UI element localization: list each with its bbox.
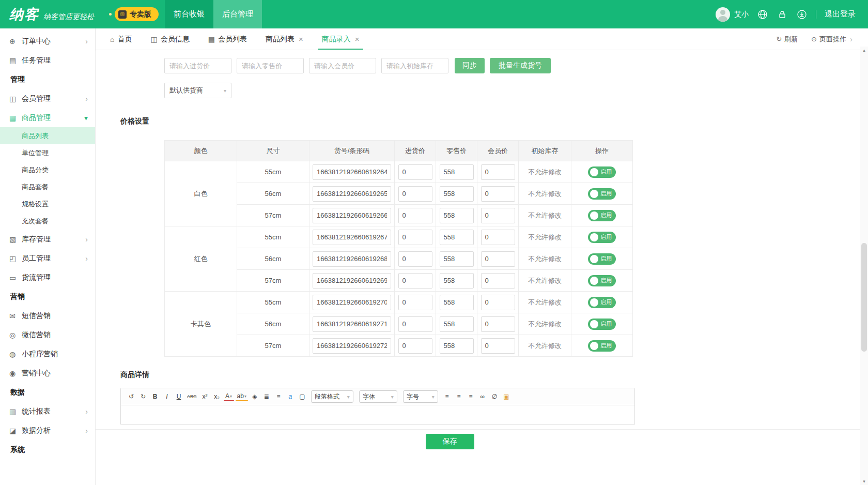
purchase-price-batch-input[interactable] <box>164 58 231 73</box>
vertical-scrollbar[interactable]: ▴ ▾ <box>860 47 868 485</box>
underline-button[interactable]: U <box>174 391 184 402</box>
sidebar-subitem-product-category[interactable]: 商品分类 <box>0 161 95 178</box>
sidebar-item-marketing-center[interactable]: ◉营销中心 <box>0 363 95 383</box>
purchase-price-input[interactable] <box>398 186 432 202</box>
barcode-input[interactable] <box>313 251 391 267</box>
lock-icon[interactable] <box>777 9 788 20</box>
font-color-button[interactable]: A▾ <box>224 392 234 401</box>
supplier-select[interactable]: 默认供货商 ▾ <box>164 83 231 98</box>
sidebar-item-task-management[interactable]: ▤任务管理 <box>0 51 95 70</box>
scroll-down-arrow[interactable]: ▾ <box>860 478 868 485</box>
barcode-input[interactable] <box>313 316 391 332</box>
enable-toggle[interactable]: 启用 <box>588 232 616 243</box>
user-name[interactable]: 艾小 <box>734 10 749 19</box>
purchase-price-input[interactable] <box>398 208 432 223</box>
retail-price-input[interactable] <box>440 338 474 354</box>
tab-home[interactable]: ⌂首页 <box>110 28 132 50</box>
bold-button[interactable]: B <box>150 391 160 402</box>
member-price-input[interactable] <box>481 230 515 245</box>
tab-product-list[interactable]: 商品列表× <box>266 28 303 50</box>
font-size-select[interactable]: 字号▾ <box>403 390 438 403</box>
download-icon[interactable] <box>796 9 808 20</box>
enable-toggle[interactable]: 启用 <box>588 210 616 221</box>
page-ops-button[interactable]: ⊙ 页面操作 › <box>811 35 853 44</box>
sidebar-subitem-product-package[interactable]: 商品套餐 <box>0 178 95 195</box>
scroll-thumb[interactable] <box>861 243 867 352</box>
nav-backend-admin[interactable]: 后台管理 <box>213 0 262 28</box>
member-price-input[interactable] <box>481 295 515 310</box>
retail-price-input[interactable] <box>440 208 474 223</box>
retail-price-batch-input[interactable] <box>237 58 304 73</box>
purchase-price-input[interactable] <box>398 316 432 332</box>
user-avatar[interactable] <box>716 7 730 22</box>
unlink-button[interactable]: ∅ <box>489 391 500 402</box>
logout-button[interactable]: 退出登录 <box>825 9 856 19</box>
enable-toggle[interactable]: 启用 <box>588 188 616 200</box>
scroll-up-arrow[interactable]: ▴ <box>860 47 868 54</box>
font-family-select[interactable]: 字体▾ <box>359 390 397 403</box>
sidebar-item-order-center[interactable]: ⊕订单中心› <box>0 32 95 51</box>
image-button[interactable]: ▣ <box>501 391 512 402</box>
enable-toggle[interactable]: 启用 <box>588 253 616 265</box>
sidebar-item-statistics-report[interactable]: ▥统计报表› <box>0 402 95 421</box>
align-right-button[interactable]: ≡ <box>466 391 476 402</box>
service-globe-icon[interactable] <box>757 9 768 20</box>
member-price-batch-input[interactable] <box>309 58 376 73</box>
purchase-price-input[interactable] <box>398 273 432 289</box>
purchase-price-input[interactable] <box>398 164 432 180</box>
sidebar-subitem-product-list[interactable]: 商品列表 <box>0 127 95 144</box>
enable-toggle[interactable]: 启用 <box>588 297 616 308</box>
tab-product-entry[interactable]: 商品录入× <box>322 28 360 50</box>
italic-button[interactable]: I <box>162 391 172 402</box>
sidebar-item-staff-management[interactable]: ◰员工管理› <box>0 249 95 268</box>
barcode-input[interactable] <box>313 164 391 180</box>
align-center-button[interactable]: ≡ <box>454 391 464 402</box>
eraser-button[interactable]: ◈ <box>250 391 260 402</box>
barcode-input[interactable] <box>313 230 391 245</box>
sidebar-item-inventory-management[interactable]: ▧库存管理› <box>0 230 95 249</box>
barcode-input[interactable] <box>313 273 391 289</box>
ordered-list-button[interactable]: ≣ <box>261 391 272 402</box>
initial-stock-batch-input[interactable] <box>381 58 448 73</box>
save-button[interactable]: 保存 <box>426 434 474 449</box>
enable-toggle[interactable]: 启用 <box>588 340 616 352</box>
retail-price-input[interactable] <box>440 251 474 267</box>
barcode-input[interactable] <box>313 208 391 223</box>
sidebar-item-sms-marketing[interactable]: ✉短信营销 <box>0 306 95 325</box>
purchase-price-input[interactable] <box>398 338 432 354</box>
sidebar-subitem-unit-management[interactable]: 单位管理 <box>0 144 95 161</box>
member-price-input[interactable] <box>481 164 515 180</box>
barcode-input[interactable] <box>313 295 391 310</box>
link-button[interactable]: ∞ <box>477 391 488 402</box>
unordered-list-button[interactable]: ≡ <box>273 391 284 402</box>
retail-price-input[interactable] <box>440 295 474 310</box>
member-price-input[interactable] <box>481 208 515 223</box>
retail-price-input[interactable] <box>440 230 474 245</box>
tab-member-info[interactable]: ◫会员信息 <box>150 28 189 50</box>
retail-price-input[interactable] <box>440 316 474 332</box>
redo-icon[interactable]: ↻ <box>138 391 148 402</box>
page-icon[interactable]: ▢ <box>297 391 307 402</box>
retail-price-input[interactable] <box>440 164 474 180</box>
superscript-button[interactable]: x² <box>200 391 210 402</box>
sidebar-item-wechat-marketing[interactable]: ◎微信营销 <box>0 325 95 344</box>
member-price-input[interactable] <box>481 251 515 267</box>
tab-member-list[interactable]: ▤会员列表 <box>208 28 247 50</box>
retail-price-input[interactable] <box>440 273 474 289</box>
enable-toggle[interactable]: 启用 <box>588 319 616 330</box>
align-left-button[interactable]: ≡ <box>442 391 452 402</box>
paragraph-format-select[interactable]: 段落格式▾ <box>311 390 353 403</box>
sidebar-item-product-management[interactable]: ▦商品管理▾ <box>0 108 95 127</box>
sidebar-item-member-management[interactable]: ◫会员管理› <box>0 89 95 108</box>
tab-close-icon[interactable]: × <box>299 35 303 43</box>
tab-close-icon[interactable]: × <box>355 35 360 43</box>
subscript-button[interactable]: x₂ <box>212 391 222 402</box>
sidebar-item-logistics-management[interactable]: ▭货流管理 <box>0 268 95 287</box>
purchase-price-input[interactable] <box>398 230 432 245</box>
sidebar-item-miniprogram-marketing[interactable]: ◍小程序营销 <box>0 344 95 363</box>
refresh-button[interactable]: ↻ 刷新 <box>776 35 798 44</box>
anchor-button[interactable]: a <box>285 391 296 402</box>
sidebar-subitem-recharge-package[interactable]: 充次套餐 <box>0 213 95 230</box>
sidebar-subitem-spec-settings[interactable]: 规格设置 <box>0 195 95 213</box>
editor-content[interactable] <box>121 405 634 425</box>
